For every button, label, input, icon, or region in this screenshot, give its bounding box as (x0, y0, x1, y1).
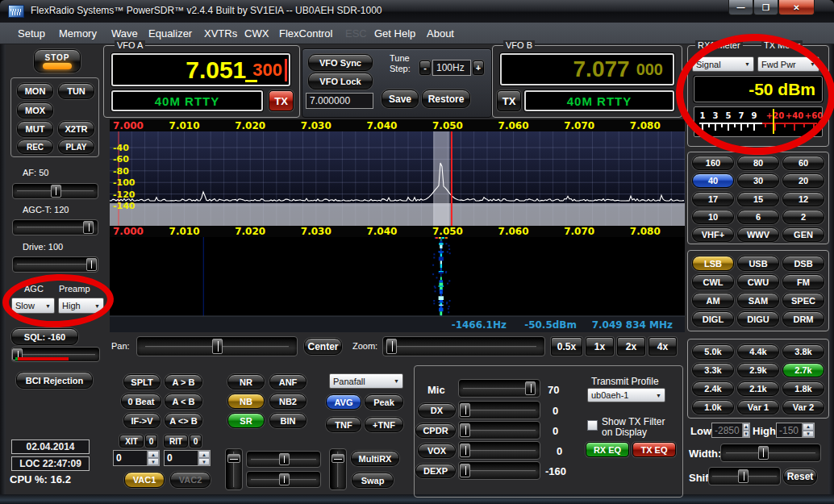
mode-fm-button[interactable]: FM (782, 274, 824, 289)
spin-up-icon[interactable]: ▲ (743, 423, 749, 431)
filter-1.8k-button[interactable]: 1.8k (782, 381, 824, 396)
zoom-1x-button[interactable]: 1x (586, 337, 614, 356)
band-15-button[interactable]: 15 (737, 192, 779, 206)
filter-low-spinner[interactable]: -2850 ▲▼ (711, 423, 750, 438)
tune-step-down-button[interactable]: - (419, 60, 431, 75)
mon-button[interactable]: MON (17, 83, 53, 99)
tx-eq-button[interactable]: TX EQ (632, 442, 676, 457)
band-2-button[interactable]: 2 (782, 210, 824, 224)
vfo-sync-button[interactable]: VFO Sync (308, 54, 373, 71)
vfo-a-tx-button[interactable]: TX (269, 90, 294, 111)
vox-slider[interactable] (458, 441, 540, 460)
mode-cwu-button[interactable]: CWU (737, 274, 779, 289)
panadapter-display[interactable]: 7.0007.0007.0107.0107.0207.0207.0307.030… (110, 119, 685, 332)
menu-flexcontrol[interactable]: FlexControl (279, 27, 332, 40)
mode-drm-button[interactable]: DRM (782, 311, 824, 327)
filter-1.0k-button[interactable]: 1.0k (692, 400, 734, 414)
vac2-button[interactable]: VAC2 (170, 472, 211, 488)
filter-2.1k-button[interactable]: 2.1k (737, 381, 779, 396)
zero-beat-button[interactable]: 0 Beat (121, 394, 161, 409)
agc-t-slider[interactable] (12, 219, 98, 235)
multirx-button[interactable]: MultiRX (351, 451, 399, 466)
split-button[interactable]: SPLT (123, 374, 161, 389)
zoom-4x-button[interactable]: 4x (648, 337, 677, 356)
mode-sam-button[interactable]: SAM (737, 293, 779, 308)
menu-setup[interactable]: Setup (18, 27, 45, 40)
restore-button[interactable]: Restore (422, 90, 470, 108)
band-gen-button[interactable]: GEN (782, 227, 824, 242)
menu-about[interactable]: About (427, 27, 454, 40)
anf-button[interactable]: ANF (269, 374, 306, 389)
mode-lsb-button[interactable]: LSB (692, 256, 734, 271)
rx-eq-button[interactable]: RX EQ (586, 442, 629, 457)
x2tr-button[interactable]: X2TR (58, 121, 94, 137)
zoom-2x-button[interactable]: 2x (617, 337, 645, 356)
nr-button[interactable]: NR (227, 374, 265, 389)
zoom-slider[interactable] (382, 336, 545, 356)
band-60-button[interactable]: 60 (782, 156, 824, 170)
filter-3.3k-button[interactable]: 3.3k (692, 363, 734, 377)
band-20-button[interactable]: 20 (782, 173, 824, 188)
vac1-button[interactable]: VAC1 (124, 472, 165, 488)
band-wwv-button[interactable]: WWV (737, 227, 779, 242)
tx-meter-mode-select[interactable]: Fwd Pwr▼ (757, 56, 819, 72)
close-button[interactable]: ✕ (778, 0, 815, 15)
rx-meter-mode-select[interactable]: Signal▼ (692, 56, 754, 72)
vox-button[interactable]: VOX (418, 444, 456, 458)
menu-equalizer[interactable]: Equalizer (148, 27, 192, 40)
dexp-button[interactable]: DEXP (415, 464, 456, 478)
spin-down-icon[interactable]: ▼ (148, 458, 159, 465)
mode-cwl-button[interactable]: CWL (692, 274, 734, 289)
tun-button[interactable]: TUN (58, 83, 94, 99)
squelch-button[interactable]: SQL: -160 (11, 328, 78, 345)
peak-button[interactable]: Peak (365, 394, 403, 410)
squelch-slider[interactable] (11, 347, 100, 362)
rit-zero-button[interactable]: 0 (190, 435, 202, 448)
band-6-button[interactable]: 6 (737, 210, 779, 224)
filter-5.0k-button[interactable]: 5.0k (692, 344, 734, 359)
band-vhf-button[interactable]: VHF+ (692, 227, 734, 242)
band-40-button[interactable]: 40 (692, 173, 734, 188)
menu-get-help[interactable]: Get Help (374, 27, 415, 40)
xit-button[interactable]: XIT (119, 435, 144, 448)
vfo-lock-button[interactable]: VFO Lock (308, 73, 373, 90)
frequency-entry-field[interactable]: 7.000000 (306, 93, 373, 109)
display-slider-top[interactable] (246, 451, 321, 468)
filter-2.9k-button[interactable]: 2.9k (737, 363, 779, 377)
mic-gain-slider[interactable] (458, 379, 540, 398)
dx-slider[interactable] (458, 401, 540, 419)
mode-am-button[interactable]: AM (692, 293, 734, 308)
band-10-button[interactable]: 10 (692, 210, 734, 224)
spin-down-icon[interactable]: ▼ (198, 458, 210, 465)
band-160-button[interactable]: 160 (692, 156, 734, 170)
title-bar[interactable]: FlexRadio Systems™ PowerSDR™ v2.4.4 Buil… (0, 0, 834, 23)
spin-down-icon[interactable]: ▼ (803, 431, 814, 438)
nb2-button[interactable]: NB2 (269, 394, 306, 409)
display-mode-select[interactable]: Panafall▼ (329, 373, 403, 389)
save-button[interactable]: Save (382, 90, 419, 108)
filter-width-slider[interactable] (720, 444, 821, 462)
drive-slider[interactable] (12, 256, 98, 273)
nb-button[interactable]: NB (227, 394, 265, 409)
menu-memory[interactable]: Memory (59, 27, 97, 40)
mode-dsb-button[interactable]: DSB (782, 256, 824, 271)
menu-cwx[interactable]: CWX (244, 27, 269, 40)
avg-button[interactable]: AVG (326, 394, 361, 410)
agc-select[interactable]: Slow▼ (11, 298, 55, 314)
pan-slider[interactable] (136, 336, 298, 356)
rec-button[interactable]: REC (17, 140, 53, 154)
cpdr-slider[interactable] (458, 421, 540, 439)
vfo-b-frequency-display[interactable]: 7.077 000 (500, 53, 674, 85)
rit-button[interactable]: RIT (164, 435, 188, 448)
spin-up-icon[interactable]: ▲ (803, 423, 814, 431)
swap-button[interactable]: Swap (352, 473, 394, 488)
menu-wave[interactable]: Wave (111, 27, 138, 40)
mode-digu-button[interactable]: DIGU (737, 311, 779, 327)
vfo-a-frequency-display[interactable]: 7.051 300 (111, 53, 290, 86)
a-to-b-button[interactable]: A > B (165, 374, 202, 389)
pan-fader-left[interactable] (225, 448, 243, 490)
band-30-button[interactable]: 30 (737, 173, 779, 188)
preamp-select[interactable]: High▼ (58, 298, 104, 314)
filter-4.4k-button[interactable]: 4.4k (737, 344, 779, 359)
pan-fader-right[interactable] (329, 448, 347, 490)
